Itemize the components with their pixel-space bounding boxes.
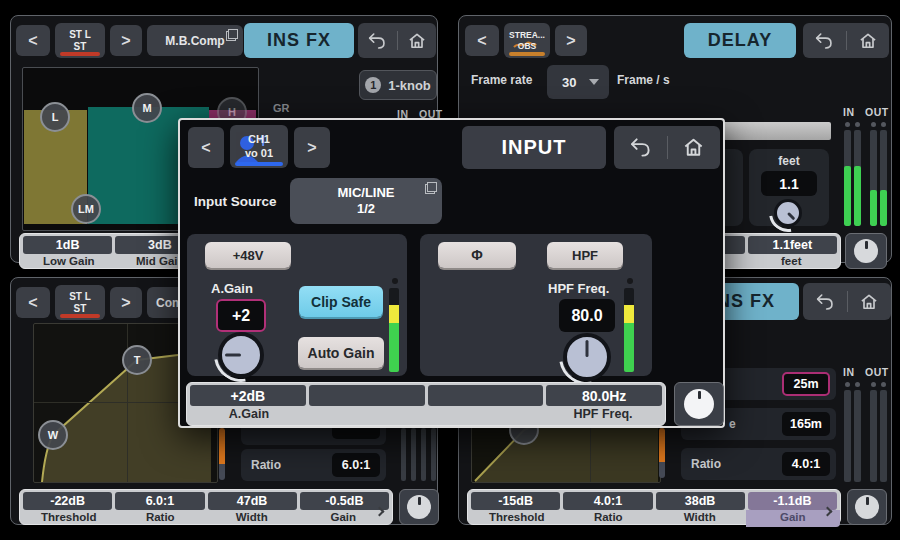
knob-assign-button[interactable] [399,489,439,525]
undo-icon[interactable] [815,293,835,311]
footer-cell-low-gain[interactable]: 1dB [23,236,112,254]
delay-knob[interactable] [774,199,802,227]
footer-label [308,407,426,423]
parameter-footer-bar: -22dB 6.0:1 47dB -0.5dB Threshold Ratio … [19,489,393,525]
meter [421,428,426,481]
band-handle-mid[interactable]: M [132,93,162,123]
input-source-label: Input Source [194,194,277,209]
input-source-button[interactable]: MIC/LINE 1/2 [290,178,442,224]
hpf-button[interactable]: HPF [547,242,623,268]
phase-button[interactable]: Φ [438,242,516,268]
prev-channel-button[interactable]: < [16,25,50,56]
analog-gain-label: A.Gain [211,281,253,296]
in-meter-r [854,130,861,226]
nav-cluster [358,23,436,58]
meter [431,428,436,481]
channel-select-button[interactable]: ST L ST [55,285,105,320]
knob-indicator [225,354,241,357]
footer-label: Ratio [115,511,207,525]
channel-color-bar [60,314,100,318]
fx-preset-button[interactable]: M.B.Comp [147,25,243,56]
frame-rate-unit: Frame / s [617,73,670,87]
channel-select-button[interactable]: ST L ST [55,23,105,58]
threshold-handle[interactable]: T [122,345,152,375]
input-level-meter [389,288,399,372]
footer-cell-width[interactable]: 38dB [656,492,745,510]
footer-cell-ratio[interactable]: 6.0:1 [115,492,204,510]
fx-preset-label: M.B.Comp [165,34,224,48]
next-channel-button[interactable]: > [294,127,330,168]
hpf-freq-knob[interactable] [563,333,611,381]
knob-assign-button[interactable] [845,233,887,269]
clip-led [871,382,876,387]
hpf-freq-value-box[interactable]: 80.0 [559,299,615,332]
release-value-box[interactable]: 165m [782,412,830,436]
knob-assign-button[interactable] [674,382,724,426]
gr-meter [219,428,225,480]
footer-cell-hpf-freq[interactable]: 80.0Hz [546,385,662,406]
out-meter-label: OUT [865,106,889,118]
analog-gain-knob[interactable] [218,332,264,378]
dialog-title: INPUT [462,126,606,169]
footer-cell-threshold[interactable]: -15dB [471,492,560,510]
prev-channel-button[interactable]: < [465,25,499,56]
undo-icon[interactable] [814,32,834,50]
prev-channel-button[interactable]: < [16,287,50,318]
ratio-value-box[interactable]: 4.0:1 [782,452,830,476]
page-title: DELAY [684,23,796,58]
width-handle[interactable]: W [38,420,68,450]
home-icon[interactable] [859,292,879,312]
page-title: INS FX [244,23,354,58]
footer-cell-delay[interactable]: 1.1feet [748,236,837,254]
home-icon[interactable] [858,31,878,51]
attack-value-box[interactable]: 25m [782,372,830,396]
parameter-footer-bar: -15dB 4.0:1 38dB -1.1dB Threshold Ratio … [467,489,841,525]
channel-select-button[interactable]: CH1 vo 01 [230,125,288,168]
home-icon[interactable] [407,31,427,51]
next-channel-button[interactable]: > [110,25,142,56]
footer-cell-gain-selected[interactable]: -1.1dB [748,492,837,510]
divider [667,136,668,160]
auto-gain-button[interactable]: Auto Gain [298,337,384,368]
parameter-footer-bar: +2dB 80.0Hz A.Gain HPF Freq. [186,382,666,426]
divider [397,31,398,50]
next-channel-button[interactable]: > [110,287,142,318]
channel-name-line1: CH1 [248,133,270,146]
frame-rate-value: 30 [562,75,589,90]
band-handle-low[interactable]: L [40,102,70,132]
clip-led [871,122,876,127]
delay-feet-widget: feet 1.1 [749,149,829,226]
meter [401,428,406,481]
prev-channel-button[interactable]: < [188,127,224,168]
footer-cell-width[interactable]: 47dB [208,492,297,510]
frame-rate-dropdown[interactable]: 30 [547,65,609,99]
footer-cell-threshold[interactable]: -22dB [23,492,112,510]
ratio-value-box[interactable]: 6.0:1 [332,453,380,477]
undo-icon[interactable] [367,32,387,50]
channel-name-line1: STREA... [509,30,545,40]
channel-color-bar [60,52,100,56]
nav-cluster [803,23,889,58]
footer-cell-ratio[interactable]: 4.0:1 [563,492,652,510]
knob-assign-button[interactable] [847,489,887,525]
next-channel-button[interactable]: > [555,25,587,56]
phantom-48v-button[interactable]: +48V [205,242,291,268]
clip-safe-button[interactable]: Clip Safe [299,286,383,317]
channel-name-line1: ST L [69,291,91,303]
footer-label: A.Gain [190,407,308,423]
band-handle-lowmid[interactable]: LM [71,194,101,224]
phase-hpf-section: Φ HPF HPF Freq. 80.0 [420,234,652,376]
one-knob-button[interactable]: 1 1-knob [359,70,437,100]
out-meter-r [880,130,887,226]
home-icon[interactable] [682,136,705,159]
channel-select-button[interactable]: STREA... OBS [504,23,550,58]
mixer-screen: { "colors": { "accent_cyan": "#6fb2ca", … [0,0,900,540]
knob-icon [684,389,714,419]
footer-cell[interactable] [428,385,544,406]
footer-cell-gain[interactable]: -0.5dB [300,492,389,510]
delay-value-box[interactable]: 1.1 [761,171,817,196]
divider [846,31,847,50]
footer-cell[interactable] [309,385,425,406]
footer-cell-again[interactable]: +2dB [190,385,306,406]
undo-icon[interactable] [629,137,652,158]
